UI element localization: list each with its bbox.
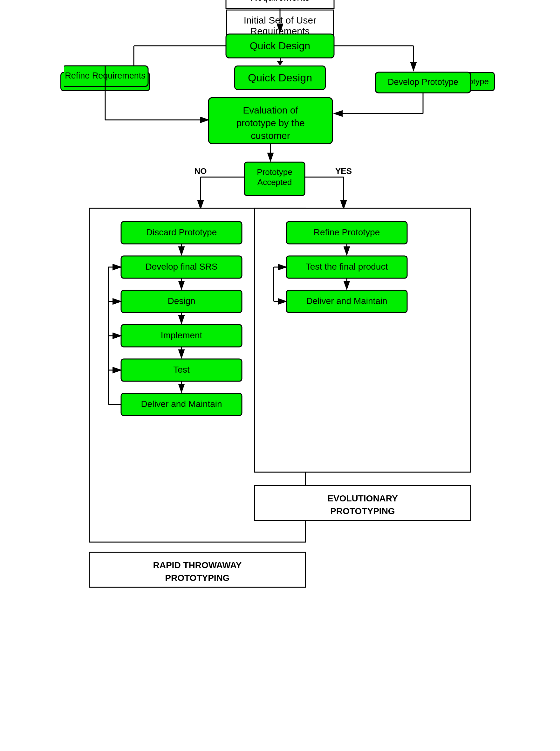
svg-text:PROTOTYPING: PROTOTYPING: [165, 573, 229, 583]
svg-text:Implement: Implement: [161, 330, 202, 340]
svg-text:PROTOTYPING: PROTOTYPING: [330, 506, 395, 516]
svg-text:customer: customer: [251, 130, 290, 141]
svg-text:Deliver and Maintain: Deliver and Maintain: [306, 296, 387, 306]
svg-text:Design: Design: [167, 296, 195, 306]
svg-text:Deliver and Maintain: Deliver and Maintain: [141, 399, 222, 409]
svg-text:NO: NO: [195, 166, 207, 176]
svg-text:Discard Prototype: Discard Prototype: [146, 228, 217, 237]
svg-text:Evaluation of: Evaluation of: [243, 105, 298, 115]
svg-text:YES: YES: [335, 166, 352, 176]
svg-text:Test: Test: [173, 365, 190, 375]
svg-text:Prototype: Prototype: [257, 167, 292, 177]
svg-text:EVOLUTIONARY: EVOLUTIONARY: [327, 493, 398, 503]
flowchart-svg: Initial Set of User Requirements Quick D…: [64, 0, 496, 638]
svg-text:Quick Design: Quick Design: [250, 40, 310, 52]
svg-text:Refine Prototype: Refine Prototype: [314, 228, 380, 237]
svg-text:prototype by the: prototype by the: [236, 118, 304, 128]
svg-text:Accepted: Accepted: [257, 177, 292, 187]
svg-text:Develop final SRS: Develop final SRS: [145, 262, 217, 272]
svg-text:RAPID THROWAWAY: RAPID THROWAWAY: [153, 560, 242, 570]
svg-text:Requirements: Requirements: [251, 0, 310, 3]
svg-text:Test the final product: Test the final product: [306, 262, 388, 272]
svg-text:Develop Prototype: Develop Prototype: [388, 77, 458, 87]
svg-rect-59: [255, 208, 471, 472]
diagram: Initial Set of User Requirements Refine …: [58, 6, 502, 638]
